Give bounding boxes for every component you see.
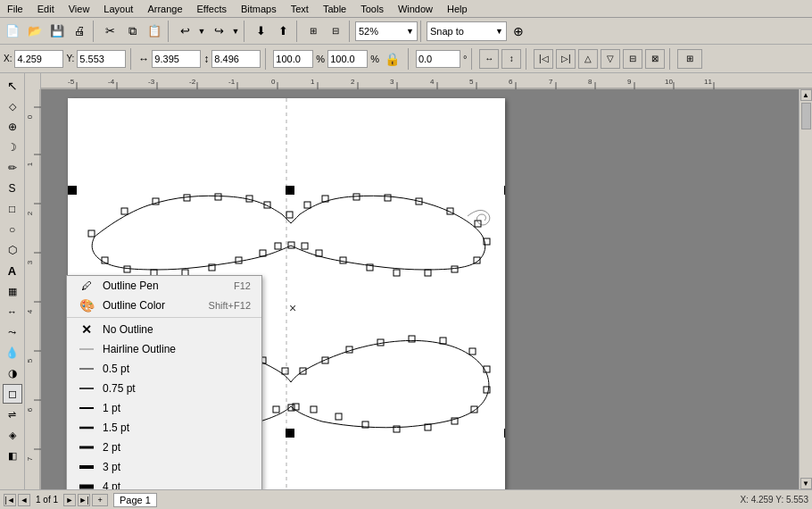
status-bar: |◄ ◄ 1 of 1 ► ►| + Page 1 X: 4.259 Y: 5.… xyxy=(0,489,812,509)
menu-effects[interactable]: Effects xyxy=(190,2,234,16)
app-launcher[interactable]: ⊞ xyxy=(302,21,324,42)
menu-text[interactable]: Text xyxy=(284,2,316,16)
percent-w-input[interactable] xyxy=(273,50,313,68)
page-last-button[interactable]: ►| xyxy=(78,494,90,506)
menu-edit[interactable]: Edit xyxy=(30,2,62,16)
line-1-icon xyxy=(78,402,95,414)
snap-dropdown[interactable]: Snap to ▼ xyxy=(427,21,507,41)
select-tool[interactable]: ↖ xyxy=(3,76,22,96)
shadow-tool[interactable]: ◧ xyxy=(3,446,22,465)
open-button[interactable]: 📂 xyxy=(24,21,46,42)
print-button[interactable]: 🖨 xyxy=(69,21,90,42)
scrollbar-right[interactable]: ▲ ▼ xyxy=(799,89,812,489)
freehand-tool[interactable]: ✏ xyxy=(3,158,22,178)
new-button[interactable]: 📄 xyxy=(2,21,23,42)
align-left-button[interactable]: |◁ xyxy=(534,49,553,69)
pt-2-item[interactable]: 2 pt xyxy=(67,438,261,457)
scroll-up-button[interactable]: ▲ xyxy=(800,89,812,101)
pt-075-item[interactable]: 0.75 pt xyxy=(67,379,261,398)
undo-button[interactable]: ↩ xyxy=(174,21,195,42)
zoom-tool[interactable]: ⊕ xyxy=(3,117,22,137)
align-hcenter-button[interactable]: ⊟ xyxy=(623,49,642,69)
scroll-down-button[interactable]: ▼ xyxy=(800,478,812,489)
mirror-h-button[interactable]: ↔ xyxy=(479,49,499,69)
import-button[interactable]: ⬇ xyxy=(250,21,271,42)
pt-15-item[interactable]: 1.5 pt xyxy=(67,418,261,438)
menu-arrange[interactable]: Arrange xyxy=(140,2,189,16)
node-tool[interactable]: ◇ xyxy=(3,96,22,116)
page-tab[interactable]: Page 1 xyxy=(113,493,157,507)
fill-tool[interactable]: ◑ xyxy=(3,363,22,383)
h-input[interactable] xyxy=(211,50,261,68)
page-next-button[interactable]: ► xyxy=(63,494,76,506)
snap-dropdown-arrow[interactable]: ▼ xyxy=(495,27,503,36)
page-add-button[interactable]: + xyxy=(92,494,108,506)
no-outline-item[interactable]: ✕ No Outline xyxy=(67,320,261,339)
outline-color-item[interactable]: 🎨 Outline Color Shift+F12 xyxy=(67,296,261,315)
outline-pen-label: Outline Pen xyxy=(103,280,227,292)
pt-05-item[interactable]: 0.5 pt xyxy=(67,359,261,379)
color-icon: 🎨 xyxy=(78,298,95,313)
outline-color-shortcut: Shift+F12 xyxy=(209,300,251,311)
outline-tool-btn[interactable]: ◻ xyxy=(3,384,22,404)
copy-button[interactable]: ⧉ xyxy=(121,21,143,42)
mirror-v-button[interactable]: ↕ xyxy=(501,49,521,69)
menu-table[interactable]: Table xyxy=(316,2,353,16)
corel-connect[interactable]: ⊟ xyxy=(325,21,346,42)
connector-tool[interactable]: ⤳ xyxy=(3,322,22,342)
table-tool[interactable]: ▦ xyxy=(3,281,22,301)
smartdraw-tool[interactable]: S xyxy=(3,179,22,198)
export-button[interactable]: ⬆ xyxy=(272,21,294,42)
menu-layout[interactable]: Layout xyxy=(96,2,140,16)
lock-ratio-button[interactable]: 🔒 xyxy=(382,48,403,70)
menu-help[interactable]: Help xyxy=(440,2,475,16)
menu-bitmaps[interactable]: Bitmaps xyxy=(234,2,284,16)
text-tool[interactable]: A xyxy=(3,261,22,280)
scroll-thumb[interactable] xyxy=(801,103,811,129)
zoom-dropdown-arrow[interactable]: ▼ xyxy=(406,27,414,36)
pt-3-item[interactable]: 3 pt xyxy=(67,457,261,477)
save-button[interactable]: 💾 xyxy=(46,21,68,42)
pt-1-item[interactable]: 1 pt xyxy=(67,398,261,418)
hairline-item[interactable]: Hairline Outline xyxy=(67,339,261,359)
canvas-area[interactable]: -5 -4 -3 -2 -1 0 1 2 3 4 5 xyxy=(25,73,812,489)
paste-button[interactable]: 📋 xyxy=(144,21,165,42)
blend-tool[interactable]: ⇌ xyxy=(3,405,22,424)
pt-4-item[interactable]: 4 pt xyxy=(67,477,261,489)
x-input[interactable] xyxy=(14,50,63,68)
menu-view[interactable]: View xyxy=(62,2,97,16)
page-first-button[interactable]: |◄ xyxy=(4,494,16,506)
pan-tool[interactable]: ☽ xyxy=(3,138,22,157)
w-input[interactable] xyxy=(152,50,201,68)
ellipse-tool[interactable]: ○ xyxy=(3,220,22,239)
dimension-tool[interactable]: ↔ xyxy=(3,302,22,321)
menu-tools[interactable]: Tools xyxy=(353,2,391,16)
menu-file[interactable]: File xyxy=(0,2,30,16)
redo-arrow[interactable]: ▼ xyxy=(230,21,241,42)
drawing-canvas[interactable]: × xyxy=(41,89,812,489)
dropper-tool[interactable]: 💧 xyxy=(3,343,22,363)
coord-x-label: X: xyxy=(740,495,750,505)
rect-tool[interactable]: □ xyxy=(3,199,22,219)
align-top-button[interactable]: △ xyxy=(578,49,598,69)
align-vcenter-button[interactable]: ⊠ xyxy=(645,49,665,69)
redo-button[interactable]: ↪ xyxy=(208,21,229,42)
page-prev-button[interactable]: ◄ xyxy=(18,494,30,506)
angle-input[interactable] xyxy=(416,50,460,68)
align-right-button[interactable]: ▷| xyxy=(556,49,576,69)
zoom-input[interactable]: 52% ▼ xyxy=(355,21,418,41)
menu-sep1 xyxy=(67,317,261,318)
sep3 xyxy=(244,21,247,42)
to-page-button[interactable]: ⊞ xyxy=(677,49,702,69)
svg-text:-3: -3 xyxy=(148,78,155,86)
outline-pen-item[interactable]: 🖊 Outline Pen F12 xyxy=(67,276,261,296)
align-bottom-button[interactable]: ▽ xyxy=(601,49,620,69)
y-input[interactable] xyxy=(77,50,126,68)
percent-h-input[interactable] xyxy=(327,50,368,68)
menu-window[interactable]: Window xyxy=(391,2,440,16)
extrude-tool[interactable]: ◈ xyxy=(3,425,22,445)
cut-button[interactable]: ✂ xyxy=(99,21,120,42)
undo-arrow[interactable]: ▼ xyxy=(196,21,207,42)
polygon-tool[interactable]: ⬡ xyxy=(3,240,22,260)
snap-toggle[interactable]: ⊕ xyxy=(508,21,529,42)
